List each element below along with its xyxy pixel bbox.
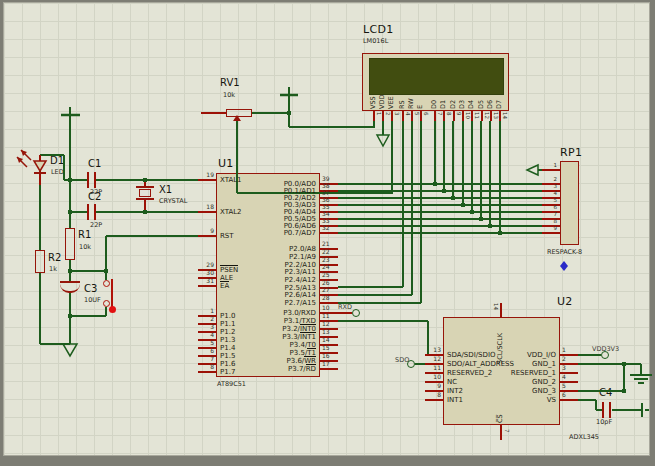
c3-capacitor[interactable]: [58, 279, 82, 295]
pin-number: 12: [426, 355, 441, 362]
reset-button[interactable]: [98, 275, 120, 315]
c4-ref: C4: [599, 387, 612, 398]
pin-label: P3.4/T0: [220, 341, 316, 349]
pin-label: VSS: [369, 89, 377, 109]
rxd-terminal[interactable]: [352, 309, 360, 317]
rv1-pot-body[interactable]: [226, 109, 252, 117]
power-terminal-top-left: [61, 107, 80, 115]
wire: [443, 121, 445, 191]
junction-dot: [488, 224, 492, 228]
pin-label: GND_3: [460, 387, 556, 395]
wire: [70, 270, 106, 272]
pin-label: RS: [398, 89, 406, 109]
junction-dot: [68, 210, 72, 214]
pin-number: 7: [199, 355, 214, 362]
pin-label: P3.6/WR: [220, 357, 316, 365]
pin-number: 3: [199, 323, 214, 330]
junction-dot: [498, 231, 502, 235]
junction-dot: [68, 178, 72, 182]
pin-number: 6: [422, 112, 429, 122]
pin-number: 8: [544, 218, 557, 225]
r1-resistor-body[interactable]: [65, 228, 75, 260]
pin-number: 14: [501, 112, 508, 122]
pin-number: 32: [322, 224, 337, 231]
pin-number: 8: [426, 391, 441, 398]
ground-arrow-bottom-left: [63, 344, 77, 356]
pin-number: 6: [544, 204, 557, 211]
vdd3v3-terminal[interactable]: [601, 351, 609, 359]
wire: [40, 154, 64, 156]
pin-number: 6: [562, 391, 577, 398]
pin-number: 36: [322, 196, 337, 203]
pin-number: 7: [544, 211, 557, 218]
pin-label: P2.1/A9: [220, 253, 316, 261]
pin-label: E: [416, 89, 424, 109]
r2-value: 1k: [49, 265, 57, 273]
junction-dot: [461, 203, 465, 207]
rv1-lead: [201, 112, 226, 114]
pin-number: 3: [393, 112, 400, 122]
wire: [338, 190, 542, 192]
rp1-respack-body[interactable]: [560, 161, 579, 245]
r2-resistor-body[interactable]: [35, 250, 45, 273]
wire: [63, 155, 65, 180]
wire: [640, 364, 642, 374]
rp1-ref: RP1: [560, 146, 582, 159]
pin-stub: [198, 235, 216, 237]
x1-crystal-body[interactable]: [139, 189, 151, 197]
wire: [338, 211, 542, 213]
junction-dot: [622, 389, 626, 393]
pin-number: 31: [199, 277, 214, 284]
r1-ref: R1: [78, 229, 91, 240]
pin-number: 9: [544, 225, 557, 232]
pin-number: 37: [322, 189, 337, 196]
wire: [69, 293, 71, 344]
pin-label: D1: [439, 89, 447, 109]
pin-number: 10: [426, 373, 441, 380]
wire: [382, 121, 384, 135]
r1-value: 10k: [79, 243, 91, 251]
pin-stub: [320, 232, 338, 234]
wire: [39, 273, 41, 344]
pin-label: P2.3/A11: [220, 268, 316, 276]
pin-number: 1: [375, 112, 382, 122]
pin-number: 13: [426, 346, 441, 353]
junction-dot: [68, 269, 72, 273]
pin-number: 18: [199, 203, 214, 210]
sdo-terminal[interactable]: [407, 360, 415, 368]
pin-label: D3: [458, 89, 466, 109]
cap-plate: [87, 204, 89, 220]
junction-dot: [287, 111, 291, 115]
schematic-sheet[interactable]: LCD1 LM016L U1 AT89C51 U2 ADXL345 RP1 RE…: [3, 2, 650, 456]
pin-number: 21: [322, 240, 337, 247]
pin-label: D6: [486, 89, 494, 109]
origin-marker-red: [109, 306, 116, 313]
pin-label: VDD_I/O: [460, 351, 556, 359]
pin-number: 11: [426, 364, 441, 371]
pin-number: 10: [322, 304, 337, 311]
wire: [40, 343, 70, 345]
pin-number: 28: [322, 294, 337, 301]
pin-number: 2: [544, 176, 557, 183]
pin-number: 26: [322, 279, 337, 286]
wire: [69, 115, 71, 180]
pin-number: 1: [199, 307, 214, 314]
c4-value: 10pF: [596, 418, 612, 426]
pin-number: 24: [322, 263, 337, 270]
pin-label: P2.4/A12: [220, 276, 316, 284]
cap-plate: [87, 172, 89, 188]
wire: [338, 197, 542, 199]
wire: [338, 204, 542, 206]
pin-number: 25: [322, 271, 337, 278]
pin-label: VEE: [387, 89, 395, 109]
pin-number: 1: [562, 346, 577, 353]
pin-number: 5: [199, 339, 214, 346]
pin-number: 2: [199, 315, 214, 322]
wire: [623, 364, 625, 391]
pin-number: 19: [199, 171, 214, 178]
pin-number: 4: [404, 112, 411, 122]
wire: [70, 179, 88, 181]
x1-ref: X1: [159, 184, 172, 195]
r2-ref: R2: [48, 252, 61, 263]
pin-stub: [542, 232, 560, 234]
